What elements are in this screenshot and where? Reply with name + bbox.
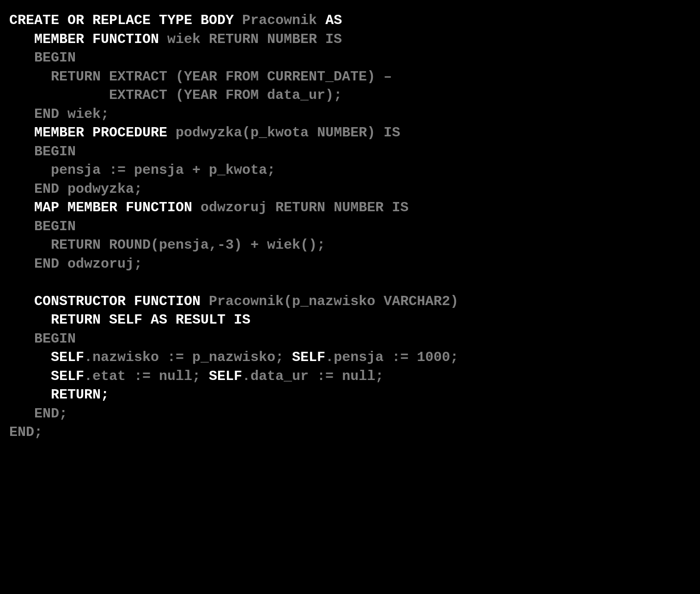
indent [9,125,34,141]
identifier: BEGIN [34,219,76,234]
keyword: SELF [51,368,84,384]
indent [9,144,34,159]
identifier: wiek RETURN NUMBER IS [167,31,342,47]
identifier: RETURN ROUND(pensja,-3) + wiek(); [51,237,325,253]
identifier: BEGIN [34,331,76,347]
identifier: RETURN EXTRACT (YEAR FROM CURRENT_DATE) … [51,69,392,85]
code-line: BEGIN [9,50,76,66]
keyword: MEMBER PROCEDURE [34,125,176,141]
identifier: pensja := pensja + p_kwota; [51,162,275,178]
indent [9,181,34,197]
indent [9,349,51,365]
code-line: RETURN ROUND(pensja,-3) + wiek(); [9,237,325,253]
identifier: BEGIN [34,144,76,159]
code-line: MEMBER PROCEDURE podwyzka(p_kwota NUMBER… [9,125,400,141]
code-line: MAP MEMBER FUNCTION odwzoruj RETURN NUMB… [9,200,408,215]
indent [9,294,34,309]
indent [9,106,34,122]
code-line: BEGIN [9,144,76,159]
indent [9,219,34,234]
code-line: EXTRACT (YEAR FROM data_ur); [9,87,342,103]
keyword: MEMBER FUNCTION [34,31,167,47]
identifier: .data_ur := null; [242,368,383,384]
identifier: BEGIN [34,50,76,66]
indent [9,256,34,272]
indent [9,406,34,422]
code-line: END; [9,424,43,440]
keyword: CREATE OR REPLACE TYPE BODY [9,12,242,28]
code-line: END odwzoruj; [9,256,142,272]
code-line: END wiek; [9,106,109,122]
identifier: END odwzoruj; [34,256,142,272]
keyword: RETURN; [51,387,109,403]
code-line: END; [9,406,67,422]
keyword: SELF [209,368,242,384]
indent [9,50,34,66]
identifier: podwyzka(p_kwota NUMBER) IS [176,125,400,141]
indent [9,387,51,403]
identifier: END podwyzka; [34,181,142,197]
keyword: SELF [292,349,325,365]
indent [9,331,34,347]
indent [9,312,51,328]
keyword: RETURN SELF AS RESULT IS [51,312,250,328]
code-line: CONSTRUCTOR FUNCTION Pracownik(p_nazwisk… [9,294,458,309]
indent [9,162,51,178]
indent [9,200,34,215]
code-line: RETURN EXTRACT (YEAR FROM CURRENT_DATE) … [9,69,392,85]
identifier: EXTRACT (YEAR FROM data_ur); [109,87,342,103]
identifier: END; [9,424,43,440]
code-line: MEMBER FUNCTION wiek RETURN NUMBER IS [9,31,342,47]
code-line: CREATE OR REPLACE TYPE BODY Pracownik AS [9,12,342,28]
code-line: pensja := pensja + p_kwota; [9,162,275,178]
identifier: odwzoruj RETURN NUMBER IS [201,200,408,215]
code-line: RETURN SELF AS RESULT IS [9,312,250,328]
code-block: CREATE OR REPLACE TYPE BODY Pracownik AS… [0,0,700,594]
identifier: .nazwisko := p_nazwisko; [84,349,292,365]
indent [9,69,51,85]
keyword: SELF [51,349,84,365]
code-line: BEGIN [9,331,76,347]
identifier: Pracownik [242,12,325,28]
keyword: MAP MEMBER FUNCTION [34,200,201,215]
keyword: AS [325,12,342,28]
indent [9,237,51,253]
code-line: SELF.etat := null; SELF.data_ur := null; [9,368,383,384]
indent [9,31,34,47]
code-line: BEGIN [9,219,76,234]
identifier: Pracownik(p_nazwisko VARCHAR2) [209,294,458,309]
code-line: RETURN; [9,387,109,403]
code-line: END podwyzka; [9,181,142,197]
indent [9,368,51,384]
indent [9,87,109,103]
identifier: END wiek; [34,106,109,122]
identifier: .pensja := 1000; [325,349,458,365]
code-line: SELF.nazwisko := p_nazwisko; SELF.pensja… [9,349,458,365]
keyword: CONSTRUCTOR FUNCTION [34,294,209,309]
identifier: END; [34,406,67,422]
identifier: .etat := null; [84,368,209,384]
